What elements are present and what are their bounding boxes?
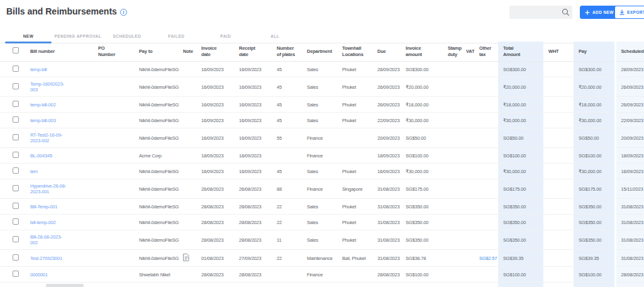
select-all-checkbox[interactable] <box>13 47 19 53</box>
column-header-total_amount: Total Amount <box>498 42 543 62</box>
bill-number-link[interactable]: Bill-28-08-2023-002 <box>30 234 67 245</box>
cell-number_of_plates <box>272 148 302 164</box>
cell-note <box>178 267 196 283</box>
cell-due: 31/08/2023 <box>372 250 401 267</box>
cell-due: 26/08/2023 <box>372 283 401 287</box>
cell-total_amount: SG$100.00 <box>498 283 543 287</box>
other-tax-link[interactable]: SG$2.57 <box>479 256 497 261</box>
row-checkbox[interactable] <box>13 167 19 174</box>
row-checkbox[interactable] <box>13 236 19 242</box>
cell-number_of_plates: 45 <box>272 97 302 113</box>
cell-invoice_amount: SG$100.00 <box>401 283 443 287</box>
column-header-wht: WHT <box>543 42 574 62</box>
bill-number-link[interactable]: RT-Test2-16-09-2023-002 <box>30 132 67 144</box>
row-checkbox[interactable] <box>13 65 19 72</box>
cell-pay_to: Acme Corp <box>134 148 178 164</box>
bill-number-link[interactable]: Test-270923001 <box>30 256 62 261</box>
row-checkbox[interactable] <box>13 101 19 107</box>
cell-bill_number: RT-Test2-16-09-2023-002 <box>25 128 93 148</box>
table-row: BL-004345Acme Corp18/09/202318/09/2023Fi… <box>0 148 644 164</box>
table-row: temp-billNikhil-0demoFileSG16/09/202316/… <box>0 62 644 77</box>
table-row: TEGAR-TESTING004Nikhil-0demoFileSG26/08/… <box>0 283 644 287</box>
cell-bill_number: temp-bill-003 <box>25 113 93 128</box>
bill-number-link[interactable]: BL-004345 <box>30 153 52 159</box>
info-icon[interactable]: i <box>120 9 127 16</box>
cell-department: Maintenance <box>302 250 337 267</box>
cell-due: 26/09/2023 <box>372 97 401 113</box>
cell-other_tax <box>474 164 498 179</box>
cell-invoice_amount: ₹18,000.00 <box>401 97 443 113</box>
row-checkbox[interactable] <box>13 271 19 277</box>
row-checkbox[interactable] <box>13 254 19 261</box>
search-input[interactable] <box>512 6 562 19</box>
cell-other_tax <box>474 215 498 230</box>
cell-wht <box>543 267 574 283</box>
cell-note <box>178 250 196 267</box>
select-all-header <box>0 42 25 62</box>
row-checkbox[interactable] <box>13 203 19 209</box>
row-checkbox[interactable] <box>13 134 19 140</box>
cell-pay: SG$175.00 <box>574 179 615 199</box>
bill-number-link[interactable]: temp-bill <box>30 67 47 72</box>
row-checkbox[interactable] <box>13 185 19 191</box>
cell-total_amount: SG$300.00 <box>498 62 543 77</box>
cell-bill_number: tem <box>25 164 93 179</box>
row-checkbox[interactable] <box>13 116 19 123</box>
cell-total_amount: SG$100.00 <box>498 148 543 164</box>
cell-due: 26/09/2023 <box>372 77 401 97</box>
bill-number-link[interactable]: Bill-Temp-001 <box>30 204 57 210</box>
cell-pay: ₹20,000.00 <box>574 77 615 97</box>
export-button[interactable]: EXPORT <box>614 6 644 19</box>
column-label: WHT <box>548 48 558 55</box>
bill-number-link[interactable]: Hyperdrive-26-08-2023-001 <box>30 183 67 194</box>
cell-vat <box>461 62 474 77</box>
cell-pay_to: Nikhil-0demoFileSG <box>134 164 178 179</box>
cell-invoice_amount: SG$100.00 <box>401 267 443 283</box>
bill-number-link[interactable]: temp-bill-003 <box>30 118 56 123</box>
bill-number-link[interactable]: Temp-16092023-003 <box>30 81 67 93</box>
table-row: Bill-28-08-2023-002Nikhil-0demoFileSG28/… <box>0 230 644 250</box>
bill-number-link[interactable]: tem <box>30 169 38 174</box>
cell-po_number <box>93 164 134 179</box>
row-checkbox[interactable] <box>13 83 19 89</box>
row-checkbox[interactable] <box>13 152 19 158</box>
bill-number-link[interactable]: 0000001 <box>30 272 48 278</box>
cell-department: Sales <box>302 199 337 215</box>
cell-bill_number: Bill-Temp-001 <box>25 199 93 215</box>
bill-number-link[interactable]: temp-bill-002 <box>30 102 56 108</box>
cell-po_number <box>93 179 134 199</box>
cell-townhall_locations: Phuket <box>337 113 372 128</box>
cell-bill_number: Hyperdrive-26-08-2023-001 <box>25 179 93 199</box>
download-icon <box>619 9 625 15</box>
column-label: Scheduled <box>621 48 644 55</box>
cell-wht <box>543 250 574 267</box>
cell-checkbox <box>0 113 25 128</box>
cell-stamp_duty <box>443 199 461 215</box>
cell-department: Sales <box>302 164 337 179</box>
cell-other_tax <box>474 128 498 148</box>
cell-vat <box>461 179 474 199</box>
cell-townhall_locations: Phuket <box>337 62 372 77</box>
pagination-control-partial[interactable] <box>46 284 84 287</box>
cell-total_amount: SG$350.00 <box>498 230 543 250</box>
cell-invoice_date: 16/09/2023 <box>196 97 234 113</box>
cell-scheduled: 26/08/2023 <box>615 283 644 287</box>
add-new-button[interactable]: ADD NEW <box>580 6 619 19</box>
cell-total_amount: SG$350.00 <box>498 215 543 230</box>
cell-stamp_duty <box>443 250 461 267</box>
row-checkbox[interactable] <box>13 218 19 225</box>
cell-pay: SG$350.00 <box>574 215 615 230</box>
cell-invoice_date: 26/08/2023 <box>196 283 234 287</box>
cell-scheduled: 26/09/2023 <box>615 77 644 97</box>
cell-bill_number: Test-270923001 <box>25 250 93 267</box>
cell-pay_to: Nikhil-0demoFileSG <box>134 250 178 267</box>
table-row: temp-bill-003Nikhil-0demoFileSG16/09/202… <box>0 113 644 128</box>
cell-receipt_date: 16/09/2023 <box>234 164 272 179</box>
note-icon[interactable] <box>183 254 189 261</box>
cell-due: 28/09/2023 <box>372 62 401 77</box>
search-icon[interactable] <box>562 8 570 16</box>
column-label: PO Number <box>98 45 117 57</box>
cell-vat <box>461 215 474 230</box>
bill-number-link[interactable]: bill-temp-002 <box>30 220 56 225</box>
search-box[interactable] <box>509 6 572 19</box>
